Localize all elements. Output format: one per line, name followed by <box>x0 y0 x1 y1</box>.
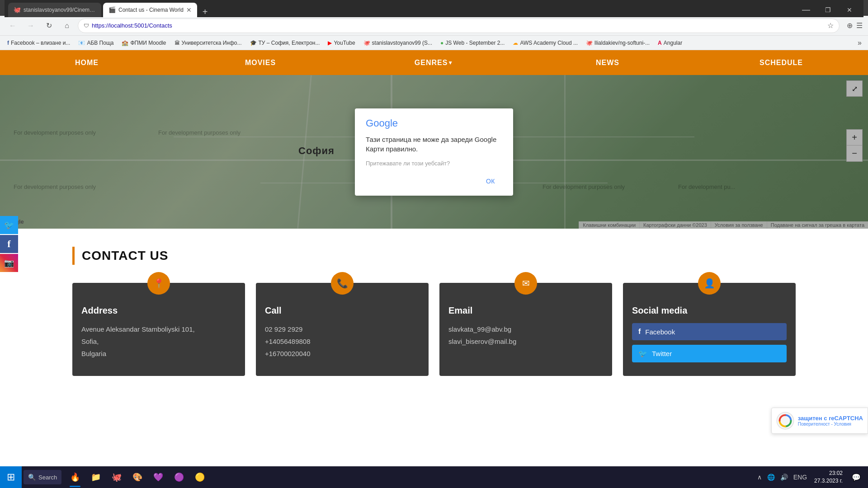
social-card-title: Social media <box>632 305 787 316</box>
dialog-error-text: Тази страница не може да зареди Google К… <box>366 135 502 154</box>
bookmark-icon: f <box>7 40 9 46</box>
browser-tab-github[interactable]: 🐙 stanislavstoyanov99/CinemaWo... <box>8 3 101 17</box>
nav-genres[interactable]: GENRES <box>347 50 521 75</box>
taskbar-app-github[interactable]: 🐙 <box>107 466 127 488</box>
tab-icon: 🎬 <box>108 6 116 13</box>
map-dialog-overlay: Google Тази страница не може да зареди G… <box>0 75 868 229</box>
window-minimize-button[interactable]: — <box>796 3 816 17</box>
refresh-button[interactable]: ↻ <box>42 19 56 33</box>
contact-card-call: 📞 Call 02 929 2929 +14056489808 +1670002… <box>256 283 429 376</box>
taskbar-app-vs[interactable]: 💜 <box>148 466 168 488</box>
bookmark-youtube[interactable]: ▶ YouTube <box>324 39 359 47</box>
browser-menu-icon[interactable]: ☰ <box>856 21 863 30</box>
bookmark-icon: 🏛 <box>175 40 180 46</box>
notification-center-button[interactable]: 💬 <box>848 466 864 488</box>
bookmark-label: Angular <box>664 40 682 46</box>
dialog-sub-text: Притежавате ли този уебсайт? <box>366 160 502 167</box>
floating-twitter-button[interactable]: 🐦 <box>0 216 18 234</box>
dialog-ok-button[interactable]: ОК <box>479 174 502 188</box>
facebook-label: Facebook <box>645 328 675 336</box>
bookmark-label: stanislavstoyanov99 (S... <box>372 40 432 46</box>
taskbar-search-icon: 🔍 <box>28 474 36 481</box>
twitter-icon: 🐦 <box>638 349 647 358</box>
taskbar-apps: 🔥 📁 🐙 🎨 💜 🟣 🟡 <box>65 466 210 488</box>
taskbar-app-explorer[interactable]: 📁 <box>86 466 106 488</box>
twitter-social-button[interactable]: 🐦 Twitter <box>632 345 787 362</box>
contact-card-email: ✉ Email slavkata_99@abv.bg slavi_biserov… <box>439 283 612 376</box>
address-card-icon: 📍 <box>147 272 170 295</box>
tab-title: Contact us - Cinema World <box>118 7 184 13</box>
bookmark-github-user[interactable]: 🐙 stanislavstoyanov99 (S... <box>360 39 436 47</box>
nav-schedule[interactable]: SCHEDULE <box>694 50 868 75</box>
window-maximize-button[interactable]: ❐ <box>817 3 838 17</box>
bookmark-aws[interactable]: ☁ AWS Academy Cloud ... <box>509 39 581 47</box>
nav-movies[interactable]: MOVIES <box>174 50 347 75</box>
floating-social-buttons: 🐦 f 📷 <box>0 216 18 272</box>
taskbar-chevron-icon[interactable]: ∧ <box>755 474 764 481</box>
address-bar[interactable]: 🛡 https://localhost:5001/Contacts ☆ <box>78 19 840 33</box>
recaptcha-text: защитен с reCAPTCHA Поверителност - Усло… <box>798 415 863 427</box>
floating-facebook-button[interactable]: f <box>0 235 18 253</box>
taskbar-search[interactable]: 🔍 Search <box>24 470 61 484</box>
bookmark-icon: ▶ <box>328 40 332 46</box>
taskbar-app-paint[interactable]: 🎨 <box>127 466 147 488</box>
bookmark-tu[interactable]: 🎓 ТУ – София, Електрон... <box>246 39 324 47</box>
browser-nav-bar: ← → ↻ ⌂ 🛡 https://localhost:5001/Contact… <box>0 16 868 36</box>
contact-title-row: CONTACT US <box>72 247 796 265</box>
email-card-text: slavkata_99@abv.bg slavi_biserov@mail.bg <box>448 323 603 347</box>
bookmark-ng-softuni[interactable]: 🐙 llialdakiev/ng-softuni-... <box>582 39 653 47</box>
misc-app-icon-1: 🟣 <box>173 471 185 483</box>
paint-icon: 🎨 <box>131 471 144 483</box>
app-content: HOME MOVIES GENRES NEWS SCHEDULE For dev… <box>0 50 868 394</box>
recaptcha-links[interactable]: Поверителност - Условия <box>798 422 863 427</box>
bookmark-label: АБВ Поща <box>87 40 113 46</box>
bookmark-facebook[interactable]: f Facebook – влизане и... <box>4 39 74 47</box>
window-close-button[interactable]: ✕ <box>839 3 860 17</box>
taskbar-app-firefox[interactable]: 🔥 <box>65 466 85 488</box>
back-button[interactable]: ← <box>5 19 20 33</box>
contact-title-accent-bar <box>72 247 75 265</box>
network-icon[interactable]: 🌐 <box>765 474 777 481</box>
tab-close-button[interactable]: ✕ <box>186 6 192 14</box>
bookmark-jsweb[interactable]: ● JS Web - September 2... <box>437 39 508 47</box>
bookmark-moodle[interactable]: 🏫 ФПМИ Moodle <box>118 39 170 47</box>
twitter-label: Twitter <box>652 350 672 357</box>
start-button[interactable]: ⊞ <box>0 466 22 488</box>
bookmark-university[interactable]: 🏛 Университетска Инфо... <box>171 39 245 47</box>
browser-action-icon[interactable]: ⊕ <box>847 21 853 30</box>
bookmark-icon: 🐙 <box>363 40 370 46</box>
map-background: For development purposes only For develo… <box>0 75 868 229</box>
dialog-button-row: ОК <box>366 174 502 188</box>
visual-studio-icon: 💜 <box>152 471 165 483</box>
bookmarks-more-button[interactable]: » <box>855 38 864 48</box>
bookmark-angular[interactable]: A Angular <box>654 39 686 47</box>
browser-tab-cinema[interactable]: 🎬 Contact us - Cinema World ✕ <box>103 3 197 17</box>
bookmarks-bar: f Facebook – влизане и... 📧 АБВ Поща 🏫 Ф… <box>0 36 868 50</box>
contact-section-title: CONTACT US <box>82 249 168 263</box>
bookmark-star-icon[interactable]: ☆ <box>827 21 834 30</box>
firefox-icon: 🔥 <box>69 471 81 483</box>
nav-home[interactable]: HOME <box>0 50 174 75</box>
forward-button[interactable]: → <box>24 19 38 33</box>
taskbar-app-misc2[interactable]: 🟡 <box>190 466 210 488</box>
bookmark-label: YouTube <box>334 40 355 46</box>
new-tab-button[interactable]: + <box>199 7 212 17</box>
taskbar-app-misc1[interactable]: 🟣 <box>169 466 189 488</box>
volume-icon[interactable]: 🔊 <box>778 474 790 481</box>
nav-news[interactable]: NEWS <box>521 50 694 75</box>
map-container: For development purposes only For develo… <box>0 75 868 229</box>
taskbar-search-label: Search <box>38 474 57 481</box>
bookmark-abv[interactable]: 📧 АБВ Поща <box>75 39 117 47</box>
floating-instagram-button[interactable]: 📷 <box>0 254 18 272</box>
bookmark-icon: 🎓 <box>250 40 257 46</box>
bookmark-label: ФПМИ Moodle <box>130 40 166 46</box>
bookmark-label: llialdakiev/ng-softuni-... <box>594 40 650 46</box>
home-button[interactable]: ⌂ <box>60 19 74 33</box>
bookmark-label: JS Web - September 2... <box>445 40 505 46</box>
email-card-icon: ✉ <box>514 272 537 295</box>
facebook-social-button[interactable]: f Facebook <box>632 323 787 340</box>
taskbar-clock[interactable]: 23:02 27.3.2023 г. <box>811 469 846 485</box>
bookmark-icon: 🏫 <box>122 40 128 46</box>
address-card-text: Avenue Aleksandar Stamboliyski 101, Sofi… <box>81 323 236 360</box>
call-card-icon: 📞 <box>331 272 354 295</box>
